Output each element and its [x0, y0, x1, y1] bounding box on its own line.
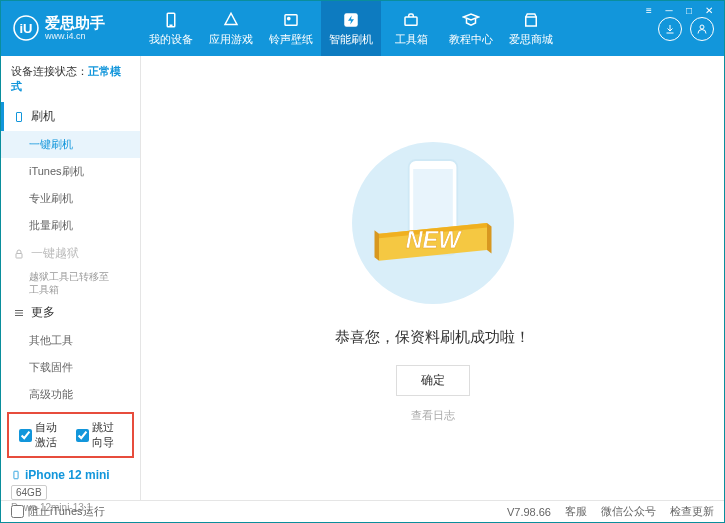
svg-rect-15: [14, 471, 18, 479]
close-button[interactable]: ✕: [700, 3, 718, 17]
customer-service-link[interactable]: 客服: [565, 504, 587, 519]
wallpaper-icon: [282, 11, 300, 29]
svg-rect-11: [16, 253, 22, 258]
check-update-link[interactable]: 检查更新: [670, 504, 714, 519]
maximize-button[interactable]: □: [680, 3, 698, 17]
app-header: ≡ ─ □ ✕ iU 爱思助手 www.i4.cn 我的设备 应用游戏 铃声壁纸…: [1, 1, 724, 56]
app-logo-icon: iU: [13, 15, 39, 41]
download-icon: [664, 23, 676, 35]
nav-store[interactable]: 爱思商城: [501, 1, 561, 56]
svg-rect-10: [17, 112, 22, 121]
nav-my-device[interactable]: 我的设备: [141, 1, 201, 56]
download-button[interactable]: [658, 17, 682, 41]
nav-ringtones[interactable]: 铃声壁纸: [261, 1, 321, 56]
svg-rect-7: [405, 17, 417, 25]
sidebar-item-advanced[interactable]: 高级功能: [1, 381, 140, 408]
sidebar-item-other-tools[interactable]: 其他工具: [1, 327, 140, 354]
view-log-link[interactable]: 查看日志: [411, 408, 455, 423]
device-name[interactable]: iPhone 12 mini: [11, 468, 130, 482]
svg-point-9: [700, 25, 704, 29]
sidebar-item-batch-flash[interactable]: 批量刷机: [1, 212, 140, 239]
sidebar-item-itunes-flash[interactable]: iTunes刷机: [1, 158, 140, 185]
main-content: NEW 恭喜您，保资料刷机成功啦！ 确定 查看日志: [141, 56, 724, 500]
apps-icon: [222, 11, 240, 29]
checkbox-skip-guide[interactable]: 跳过向导: [76, 420, 123, 450]
sidebar-section-jailbreak: 一键越狱: [1, 239, 140, 268]
version-label: V7.98.66: [507, 506, 551, 518]
app-title: 爱思助手: [45, 15, 105, 32]
sidebar-section-flash[interactable]: 刷机: [1, 102, 140, 131]
lock-icon: [13, 248, 25, 260]
sidebar-item-oneclick-flash[interactable]: 一键刷机: [1, 131, 140, 158]
sidebar-item-download-firmware[interactable]: 下载固件: [1, 354, 140, 381]
nav-smart-flash[interactable]: 智能刷机: [321, 1, 381, 56]
toolbox-icon: [402, 11, 420, 29]
checkbox-auto-activate[interactable]: 自动激活: [19, 420, 66, 450]
window-controls: ≡ ─ □ ✕: [640, 3, 718, 17]
ok-button[interactable]: 确定: [396, 365, 470, 396]
svg-rect-4: [285, 14, 297, 25]
phone-icon: [162, 11, 180, 29]
sidebar-section-more[interactable]: 更多: [1, 298, 140, 327]
flash-icon: [342, 11, 360, 29]
nav-tutorials[interactable]: 教程中心: [441, 1, 501, 56]
checkbox-block-itunes[interactable]: 阻止iTunes运行: [11, 504, 105, 519]
success-illustration: NEW: [343, 133, 523, 313]
app-url: www.i4.cn: [45, 32, 105, 42]
nav-toolbox[interactable]: 工具箱: [381, 1, 441, 56]
more-icon: [13, 307, 25, 319]
logo-area: iU 爱思助手 www.i4.cn: [1, 15, 141, 41]
svg-text:NEW: NEW: [405, 227, 461, 253]
phone-icon: [11, 468, 21, 482]
menu-button[interactable]: ≡: [640, 3, 658, 17]
svg-point-5: [288, 17, 290, 19]
main-nav: 我的设备 应用游戏 铃声壁纸 智能刷机 工具箱 教程中心 爱思商城: [141, 1, 561, 56]
store-icon: [522, 11, 540, 29]
connection-status: 设备连接状态：正常模式: [1, 56, 140, 102]
wechat-link[interactable]: 微信公众号: [601, 504, 656, 519]
user-icon: [696, 23, 708, 35]
device-storage: 64GB: [11, 485, 47, 500]
nav-apps-games[interactable]: 应用游戏: [201, 1, 261, 56]
sidebar-item-pro-flash[interactable]: 专业刷机: [1, 185, 140, 212]
minimize-button[interactable]: ─: [660, 3, 678, 17]
sidebar: 设备连接状态：正常模式 刷机 一键刷机 iTunes刷机 专业刷机 批量刷机 一…: [1, 56, 141, 500]
tutorial-icon: [462, 11, 480, 29]
jailbreak-note: 越狱工具已转移至工具箱: [1, 268, 140, 298]
options-checkboxes: 自动激活 跳过向导: [7, 412, 134, 458]
phone-icon: [13, 111, 25, 123]
svg-rect-8: [526, 17, 537, 26]
user-button[interactable]: [690, 17, 714, 41]
success-message: 恭喜您，保资料刷机成功啦！: [335, 328, 530, 347]
svg-text:iU: iU: [20, 21, 33, 36]
